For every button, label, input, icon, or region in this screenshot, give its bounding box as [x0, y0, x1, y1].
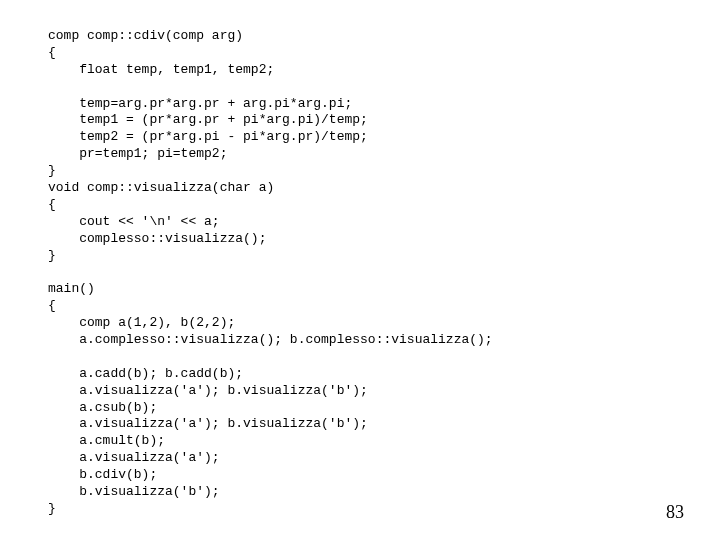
page-number: 83	[666, 501, 684, 524]
code-listing: comp comp::cdiv(comp arg) { float temp, …	[48, 28, 493, 518]
